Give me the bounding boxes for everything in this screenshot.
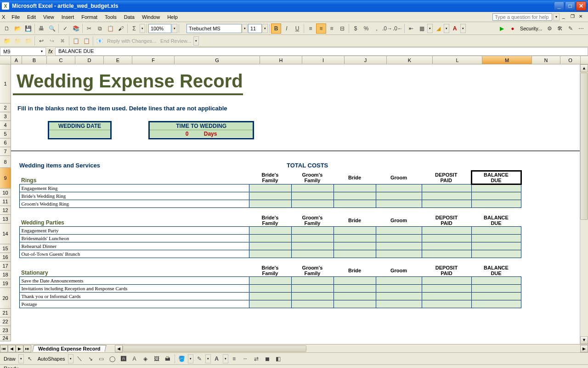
- table-cell[interactable]: [249, 192, 291, 200]
- row-15[interactable]: 15: [0, 244, 11, 253]
- col-N[interactable]: N: [532, 56, 560, 64]
- table-row-label[interactable]: Engagement Ring: [19, 184, 249, 192]
- tab-nav-next[interactable]: ▶: [16, 345, 23, 352]
- vertical-scrollbar[interactable]: ▲ ▼: [580, 64, 588, 344]
- table-cell[interactable]: [249, 200, 291, 208]
- table-cell[interactable]: [249, 184, 291, 192]
- table-row-label[interactable]: Invitations including Reception and Resp…: [19, 285, 249, 293]
- table-row-label[interactable]: Bridesmaids' Luncheon: [19, 235, 249, 242]
- menu-view[interactable]: View: [40, 13, 58, 21]
- col-F[interactable]: F: [132, 56, 175, 64]
- table-cell[interactable]: [471, 300, 521, 308]
- row-24[interactable]: 24: [0, 335, 11, 341]
- row-6[interactable]: 6: [0, 138, 11, 147]
- format-painter-icon[interactable]: 🖌: [116, 23, 126, 34]
- table-cell[interactable]: [376, 300, 422, 308]
- table-cell[interactable]: [249, 293, 291, 300]
- col-L[interactable]: L: [433, 56, 482, 64]
- table-cell[interactable]: [422, 235, 471, 242]
- row-3[interactable]: 3: [0, 112, 11, 121]
- table-cell[interactable]: [471, 285, 521, 293]
- table-cell[interactable]: [422, 227, 471, 235]
- increase-decimal-button[interactable]: .0→: [382, 23, 392, 34]
- col-O[interactable]: O: [560, 56, 581, 64]
- rectangle-icon[interactable]: ▭: [96, 354, 107, 364]
- table-cell[interactable]: [422, 200, 471, 208]
- more-tools-icon[interactable]: ⋯: [576, 23, 586, 34]
- review-icon-4[interactable]: ↩: [36, 36, 46, 46]
- vba-icon[interactable]: ⚙: [544, 23, 554, 34]
- name-box[interactable]: M9 ▾: [0, 47, 46, 56]
- autosum-dropdown[interactable]: ▾: [140, 24, 145, 33]
- col-K[interactable]: K: [387, 56, 433, 64]
- table-cell[interactable]: [422, 285, 471, 293]
- tab-nav-first[interactable]: ⏮: [0, 345, 8, 352]
- row-18[interactable]: 18: [0, 270, 11, 279]
- table-cell[interactable]: [291, 184, 334, 192]
- table-cell[interactable]: [334, 227, 376, 235]
- table-cell[interactable]: [422, 192, 471, 200]
- table-cell[interactable]: [334, 235, 376, 242]
- row-12[interactable]: 12: [0, 206, 11, 215]
- spelling-icon[interactable]: ✓: [60, 23, 70, 34]
- review-icon-8[interactable]: 📋: [81, 36, 91, 46]
- table-cell[interactable]: [249, 300, 291, 308]
- tools-icon[interactable]: 🛠: [555, 23, 565, 34]
- end-review-link[interactable]: End Review...: [158, 38, 193, 44]
- autoshapes-menu[interactable]: AutoShapes: [36, 356, 67, 362]
- table-cell[interactable]: [291, 235, 334, 242]
- table-cell[interactable]: [376, 200, 422, 208]
- diagram-icon[interactable]: ◈: [141, 354, 151, 364]
- window-close-button[interactable]: ✕: [576, 1, 586, 11]
- cut-icon[interactable]: ✂: [84, 23, 94, 34]
- menu-edit[interactable]: Edit: [23, 13, 40, 21]
- table-cell[interactable]: [471, 293, 521, 300]
- menu-data[interactable]: Data: [120, 13, 138, 21]
- fill-color-dropdown[interactable]: ▾: [444, 24, 449, 33]
- print-icon[interactable]: 🖶: [36, 23, 46, 34]
- table-cell[interactable]: [471, 235, 521, 242]
- table-cell[interactable]: [249, 250, 291, 258]
- scroll-right-arrow[interactable]: ▶: [580, 345, 588, 352]
- table-cell[interactable]: [376, 277, 422, 285]
- align-center-button[interactable]: ≡: [316, 23, 326, 34]
- wedding-date-value[interactable]: [49, 130, 110, 138]
- table-cell[interactable]: [334, 300, 376, 308]
- open-file-icon[interactable]: 📂: [12, 23, 23, 34]
- col-J[interactable]: J: [345, 56, 387, 64]
- zoom-combo[interactable]: [148, 24, 171, 33]
- row-2[interactable]: 2: [0, 104, 11, 112]
- align-left-button[interactable]: ≡: [305, 23, 316, 34]
- row-20[interactable]: 20: [0, 288, 11, 309]
- table-cell[interactable]: [291, 293, 334, 300]
- arrow-icon[interactable]: ↘: [85, 354, 96, 364]
- table-cell[interactable]: [376, 235, 422, 242]
- name-box-dropdown[interactable]: ▾: [41, 49, 43, 53]
- clipart-icon[interactable]: 🖼: [152, 354, 162, 364]
- spreadsheet-grid[interactable]: 123456789101112131415161718192021222324 …: [0, 64, 588, 344]
- window-minimize-button[interactable]: _: [554, 1, 564, 11]
- table-cell[interactable]: [291, 250, 334, 258]
- doc-minimize-button[interactable]: _: [562, 14, 570, 20]
- macro-record-icon[interactable]: ●: [508, 23, 518, 34]
- row-10[interactable]: 10: [0, 189, 11, 197]
- table-cell[interactable]: [471, 242, 521, 250]
- menu-help[interactable]: Help: [164, 13, 181, 21]
- review-icon-2[interactable]: 📁: [12, 36, 23, 46]
- row-5[interactable]: 5: [0, 130, 11, 138]
- underline-button[interactable]: U: [292, 23, 302, 34]
- table-cell[interactable]: [249, 285, 291, 293]
- table-cell[interactable]: [249, 242, 291, 250]
- align-right-button[interactable]: ≡: [327, 23, 337, 34]
- font-color-dropdown[interactable]: ▾: [460, 24, 466, 33]
- review-icon-1[interactable]: 📁: [2, 36, 12, 46]
- zoom-dropdown[interactable]: ▾: [172, 24, 177, 33]
- bold-button[interactable]: B: [271, 23, 281, 34]
- sheet-tab-active[interactable]: Wedding Expense Record: [32, 345, 106, 352]
- row-22[interactable]: 22: [0, 317, 11, 326]
- col-H[interactable]: H: [260, 56, 302, 64]
- borders-dropdown[interactable]: ▾: [427, 24, 433, 33]
- row-8[interactable]: 8: [0, 156, 11, 168]
- row-16[interactable]: 16: [0, 253, 11, 262]
- table-cell[interactable]: [291, 285, 334, 293]
